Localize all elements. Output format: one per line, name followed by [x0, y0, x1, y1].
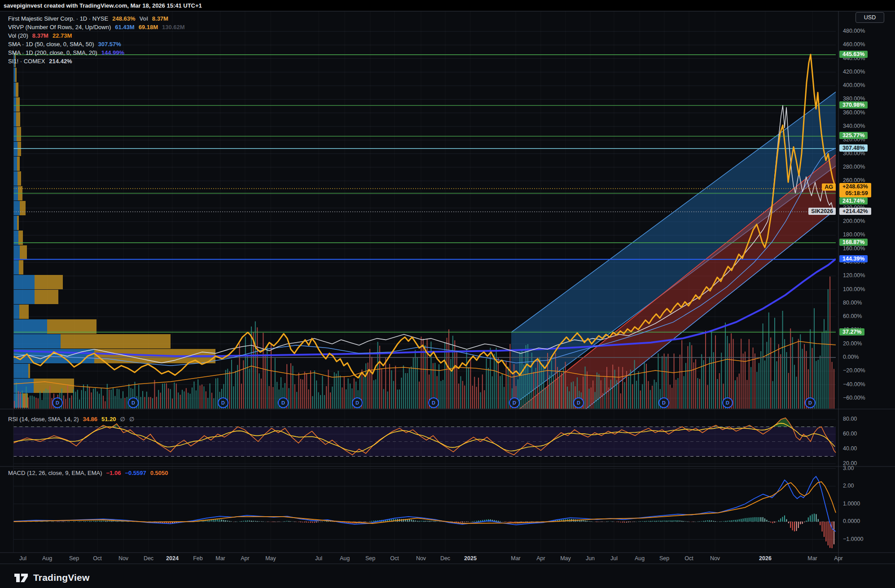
- legend-value: ∅: [120, 416, 125, 422]
- legend-value: 34.86: [83, 416, 98, 422]
- price-tick-label: 340.00%: [843, 123, 893, 129]
- legend-value: Vol: [140, 15, 148, 22]
- time-tick-label: Jun: [586, 555, 595, 562]
- symbol-legend[interactable]: First Majestic Silver Corp. · 1D · NYSE2…: [8, 14, 189, 65]
- rsi-tick-label: 60.00: [843, 431, 893, 437]
- price-scale-currency-button[interactable]: USD: [856, 12, 884, 23]
- macd-tick-label: 1.0000: [843, 501, 893, 507]
- time-tick-label: Jul: [19, 555, 26, 562]
- price-tick-label: 460.00%: [843, 41, 893, 48]
- time-tick-label: 2025: [464, 555, 477, 562]
- blue-channel: [511, 92, 836, 406]
- time-tick-label: Apr: [241, 555, 249, 562]
- sik2026-symbol-tag: SIK2026: [808, 208, 836, 215]
- macd-legend[interactable]: MACD (12, 26, close, 9, EMA, EMA)−1.06−0…: [8, 469, 172, 477]
- legend-row[interactable]: RSI (14, close, SMA, 14, 2)34.8651.20∅∅: [8, 415, 138, 423]
- legend-row[interactable]: SMA · 1D (50, close, 0, SMA, 50)307.57%: [8, 40, 189, 48]
- time-tick-label: 2026: [759, 555, 772, 562]
- macd-signal-line: [13, 482, 836, 523]
- legend-value: 8.37M: [32, 32, 48, 39]
- legend-value: 69.18M: [139, 24, 158, 30]
- legend-value: 144.99%: [101, 49, 124, 56]
- rsi-tick-label: 40.00: [843, 445, 893, 452]
- legend-title: SMA · 1D (50, close, 0, SMA, 50): [8, 41, 94, 48]
- time-tick-label: Jul: [315, 555, 322, 562]
- time-tick-label: Nov: [710, 555, 720, 562]
- time-tick-label: Mar: [215, 555, 225, 562]
- legend-title: MACD (12, 26, close, 9, EMA, EMA): [8, 470, 102, 476]
- price-tick-label: 400.00%: [843, 82, 893, 88]
- legend-value: 0.5050: [150, 470, 168, 476]
- price-tick-label: 60.00%: [843, 313, 893, 319]
- price-level-badge: 168.87%: [839, 239, 868, 246]
- price-tick-label: 80.00%: [843, 300, 893, 306]
- legend-row[interactable]: Vol (20)8.37M22.73M: [8, 31, 189, 40]
- legend-value: −0.5597: [125, 470, 146, 476]
- time-tick-label: Feb: [193, 555, 203, 562]
- legend-value: 130.62M: [162, 24, 185, 30]
- legend-value: 307.57%: [98, 41, 121, 48]
- time-tick-label: Oct: [390, 555, 399, 562]
- legend-title: Vol (20): [8, 32, 28, 39]
- price-tick-label: −60.00%: [843, 395, 893, 401]
- price-tick-label: 100.00%: [843, 286, 893, 292]
- price-tick-label: 20.00%: [843, 340, 893, 347]
- legend-row[interactable]: SMA · 1D (200, close, 0, SMA, 20)144.99%: [8, 48, 189, 57]
- svg-text:D: D: [513, 400, 516, 405]
- time-tick-label: May: [265, 555, 276, 562]
- time-tick-label: Aug: [635, 555, 645, 562]
- time-tick-label: Apr: [536, 555, 545, 562]
- price-level-badge: 325.77%: [839, 132, 868, 139]
- legend-row[interactable]: MACD (12, 26, close, 9, EMA, EMA)−1.06−0…: [8, 469, 172, 477]
- macd-tick-label: −1.0000: [843, 536, 893, 542]
- legend-row[interactable]: VRVP (Number Of Rows, 24, Up/Down)61.43M…: [8, 23, 189, 31]
- time-tick-label: Mar: [511, 555, 521, 562]
- time-tick-label: Nov: [416, 555, 426, 562]
- legend-title: SI1! · COMEX: [8, 58, 45, 65]
- sik2026-last-price-badge: +214.42%: [839, 208, 871, 215]
- legend-title: SMA · 1D (200, close, 0, SMA, 20): [8, 49, 97, 56]
- macd-tick-label: 2.00: [843, 483, 893, 489]
- legend-value: 248.63%: [112, 15, 135, 22]
- price-level-badge: 37.27%: [839, 328, 864, 335]
- time-tick-label: Aug: [42, 555, 52, 562]
- time-tick-label: 2024: [166, 555, 179, 562]
- price-tick-label: 200.00%: [843, 218, 893, 224]
- time-tick-label: Mar: [807, 555, 817, 562]
- legend-value: 61.43M: [115, 24, 134, 30]
- svg-text:D: D: [808, 400, 812, 405]
- ag-symbol-tag: AG: [822, 183, 836, 191]
- time-tick-label: Apr: [834, 555, 842, 562]
- tradingview-brand[interactable]: TradingView: [13, 571, 90, 585]
- svg-text:D: D: [132, 400, 135, 405]
- price-tick-label: 280.00%: [843, 164, 893, 170]
- svg-text:D: D: [221, 400, 225, 405]
- price-tick-label: 480.00%: [843, 28, 893, 34]
- time-tick-label: Sep: [69, 555, 79, 562]
- time-tick-label: Dec: [440, 555, 450, 562]
- price-level-badge: 445.63%: [839, 51, 868, 58]
- price-tick-label: −40.00%: [843, 381, 893, 388]
- svg-text:D: D: [577, 400, 580, 405]
- legend-title: RSI (14, close, SMA, 14, 2): [8, 416, 79, 422]
- svg-text:D: D: [355, 400, 359, 405]
- brand-text: TradingView: [33, 572, 90, 583]
- svg-text:D: D: [432, 400, 435, 405]
- rsi-legend[interactable]: RSI (14, close, SMA, 14, 2)34.8651.20∅∅: [8, 415, 138, 423]
- macd-tick-label: 3.00: [843, 465, 893, 471]
- time-tick-label: Jul: [610, 555, 618, 562]
- legend-value: −1.06: [106, 470, 121, 476]
- time-tick-label: Aug: [340, 555, 350, 562]
- ag-last-price: +248.63%: [842, 183, 868, 190]
- ag-countdown: 05:18:59: [842, 190, 868, 197]
- legend-row[interactable]: SI1! · COMEX214.42%: [8, 57, 189, 65]
- legend-row[interactable]: First Majestic Silver Corp. · 1D · NYSE2…: [8, 14, 189, 23]
- price-level-badge: 241.74%: [839, 197, 868, 205]
- time-tick-label: Oct: [684, 555, 693, 562]
- legend-title: First Majestic Silver Corp. · 1D · NYSE: [8, 15, 108, 22]
- price-tick-label: 0.00%: [843, 354, 893, 360]
- time-tick-label: Nov: [118, 555, 128, 562]
- time-tick-label: Sep: [659, 555, 669, 562]
- chart-canvas[interactable]: DDDDDDDDDDD: [0, 0, 895, 588]
- time-tick-label: May: [560, 555, 571, 562]
